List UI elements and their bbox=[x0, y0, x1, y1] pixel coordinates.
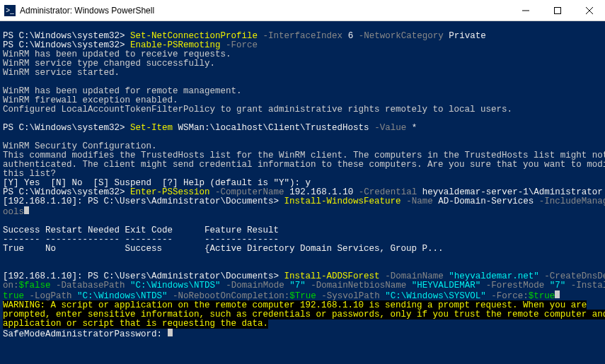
powershell-icon: >_ bbox=[4, 5, 16, 16]
param: -ComputerName bbox=[215, 187, 284, 197]
cmdlet: Install-ADDSForest bbox=[284, 271, 380, 281]
value: "7" bbox=[289, 281, 306, 290]
param: -ForestMode bbox=[486, 281, 545, 290]
param-wrap: ools bbox=[3, 207, 24, 217]
prompt: PS C:\Windows\system32> bbox=[3, 40, 125, 50]
param: -DatabasePath bbox=[56, 281, 125, 290]
terminal-output[interactable]: PS C:\Windows\system32> Set-NetConnectio… bbox=[0, 21, 605, 364]
cursor-icon bbox=[555, 290, 560, 298]
value: "heyvaldemar.net" bbox=[449, 271, 539, 281]
param: -DomainNetbiosName bbox=[311, 281, 406, 290]
close-button[interactable] bbox=[573, 0, 605, 20]
value: $True bbox=[289, 291, 316, 301]
maximize-button[interactable] bbox=[541, 0, 573, 20]
output-line: WinRM service type changed successfully. bbox=[3, 59, 215, 69]
output-line: WinRM firewall exception enabled. bbox=[3, 95, 178, 105]
value: $false bbox=[19, 281, 51, 290]
param-wrap: on: bbox=[3, 281, 19, 290]
param: -DomainMode bbox=[226, 281, 284, 290]
cmdlet: Enable-PSRemoting bbox=[130, 40, 221, 50]
value: AD-Domain-Services bbox=[438, 196, 534, 206]
table-separator: ------- -------------- --------- -------… bbox=[3, 235, 279, 245]
remote-prompt: [192.168.1.10]: PS C:\Users\Administrato… bbox=[3, 271, 279, 281]
svg-rect-1 bbox=[554, 7, 560, 13]
prompt: PS C:\Windows\system32> bbox=[3, 123, 125, 133]
value: "HEYVALDEMAR" bbox=[412, 281, 481, 290]
output-line: WinRM Security Configuration. bbox=[3, 141, 157, 151]
password-prompt: SafeModeAdministratorPassword: bbox=[3, 329, 168, 339]
param: -InterfaceIndex bbox=[263, 31, 343, 41]
minimize-button[interactable] bbox=[509, 0, 541, 20]
warning-line: prompted, enter sensitive information, s… bbox=[3, 310, 605, 319]
output-line: authenticated. The client might send cre… bbox=[3, 160, 605, 170]
value: Private bbox=[449, 31, 486, 41]
value: heyvaldemar-server-1\Administrator bbox=[422, 187, 603, 197]
output-line: This command modifies the TrustedHosts l… bbox=[3, 151, 605, 160]
param: -SysvolPath bbox=[321, 291, 380, 301]
window-title: Administrator: Windows PowerShell bbox=[20, 6, 509, 16]
output-line: WinRM service started. bbox=[3, 68, 120, 78]
warning-line: application or script that is requesting… bbox=[3, 319, 268, 329]
param: -Credential bbox=[359, 187, 417, 197]
output-line: this list? bbox=[3, 169, 56, 179]
cursor-icon bbox=[168, 329, 173, 336]
cursor-icon bbox=[24, 206, 29, 214]
output-line: WinRM has been updated for remote manage… bbox=[3, 86, 242, 96]
param: -Force: bbox=[491, 291, 529, 301]
table-header: Success Restart Needed Exit Code Feature… bbox=[3, 225, 279, 235]
param: -Force bbox=[226, 40, 258, 50]
value-wrap: true bbox=[3, 291, 24, 301]
param: -NoRebootOnCompletion: bbox=[173, 291, 289, 301]
remote-prompt: [192.168.1.10]: PS C:\Users\Administrato… bbox=[3, 196, 279, 206]
window-buttons bbox=[509, 0, 605, 20]
value: 192.168.1.10 bbox=[289, 187, 353, 197]
value: "7" bbox=[550, 281, 566, 290]
cmdlet: Enter-PSSession bbox=[130, 187, 210, 197]
param: -InstallDns: bbox=[571, 281, 605, 290]
table-row: True No Success {Active Directory Domain… bbox=[3, 244, 444, 254]
cmdlet: Set-Item bbox=[130, 123, 173, 133]
output-line: WinRM has been updated to receive reques… bbox=[3, 49, 231, 59]
warning-line: WARNING: A script or application on the … bbox=[3, 300, 587, 310]
value: "C:\Windows\NTDS" bbox=[130, 281, 221, 290]
cmdlet: Set-NetConnectionProfile bbox=[130, 31, 258, 41]
value: "C:\Windows\NTDS" bbox=[77, 291, 168, 301]
output-line: Configured LocalAccountTokenFilterPolicy… bbox=[3, 105, 512, 115]
value: WSMan:\localhost\Client\TrustedHosts bbox=[178, 123, 369, 133]
value: $true bbox=[529, 291, 555, 301]
value: * bbox=[412, 123, 417, 133]
param: -LogPath bbox=[30, 291, 72, 301]
param: -NetworkCategory bbox=[359, 31, 444, 41]
param: -Name bbox=[406, 196, 433, 206]
param: -IncludeManagementT bbox=[539, 196, 605, 206]
param: -CreateDnsDelegati bbox=[544, 271, 605, 281]
value: "C:\Windows\SYSVOL" bbox=[385, 291, 486, 301]
prompt: PS C:\Windows\system32> bbox=[3, 187, 125, 197]
titlebar: >_ Administrator: Windows PowerShell bbox=[0, 0, 605, 21]
param: -DomainName bbox=[385, 271, 444, 281]
param: -Value bbox=[374, 123, 406, 133]
prompt: PS C:\Windows\system32> bbox=[3, 31, 125, 41]
value: 6 bbox=[348, 31, 354, 41]
cmdlet: Install-WindowsFeature bbox=[284, 196, 401, 206]
output-line: [Y] Yes [N] No [S] Suspend [?] Help (def… bbox=[3, 178, 311, 188]
